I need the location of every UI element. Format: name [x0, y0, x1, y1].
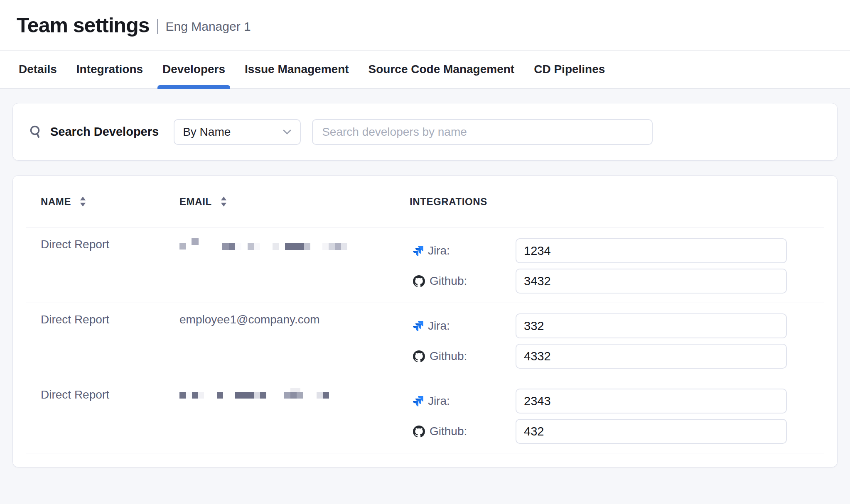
github-id-input[interactable] [516, 269, 787, 294]
developer-name: Direct Report [26, 238, 179, 251]
table-row: Direct Report Jira: [26, 228, 824, 303]
github-icon [413, 350, 425, 362]
integrations-cell: Jira: Github: [410, 238, 824, 294]
jira-icon [413, 396, 423, 406]
column-header-integrations-label: INTEGRATIONS [410, 196, 487, 208]
github-label-group: Github: [410, 425, 516, 438]
jira-label: Jira: [428, 394, 450, 408]
jira-icon [413, 321, 423, 331]
chevron-down-icon [283, 129, 292, 135]
column-header-name-label: NAME [41, 196, 71, 208]
tab-cd-pipelines[interactable]: CD Pipelines [529, 51, 610, 88]
jira-integration-row: Jira: [410, 238, 824, 263]
jira-label-group: Jira: [410, 319, 516, 333]
github-icon [413, 426, 425, 438]
team-name-subtitle: Eng Manager 1 [166, 20, 251, 34]
search-input[interactable] [312, 119, 653, 145]
developer-email [179, 238, 410, 251]
sort-icon[interactable] [220, 196, 227, 207]
search-developers-panel: Search Developers By Name [12, 103, 838, 161]
developer-email: employee1@company.com [179, 313, 410, 326]
developer-name: Direct Report [26, 313, 179, 326]
tab-bar: Details Integrations Developers Issue Ma… [0, 51, 850, 89]
github-icon [413, 275, 425, 287]
tab-issue-management[interactable]: Issue Management [240, 51, 354, 88]
column-header-email[interactable]: EMAIL [179, 196, 410, 208]
table-row: Direct Report employee1@company.com Jira… [26, 303, 824, 378]
jira-label: Jira: [428, 319, 450, 333]
table-row: Direct Report Jira: [26, 378, 824, 453]
github-integration-row: Github: [410, 419, 824, 444]
developer-name: Direct Report [26, 389, 179, 401]
redacted-email [179, 389, 358, 401]
title-divider [157, 19, 158, 34]
filter-select-value: By Name [183, 125, 231, 139]
jira-id-input[interactable] [516, 389, 787, 413]
search-developers-label: Search Developers [50, 125, 159, 139]
tab-details[interactable]: Details [14, 51, 62, 88]
github-label: Github: [430, 350, 467, 363]
github-integration-row: Github: [410, 269, 824, 294]
github-label: Github: [430, 274, 467, 288]
jira-label-group: Jira: [410, 394, 516, 408]
integrations-cell: Jira: Github: [410, 313, 824, 369]
tab-integrations[interactable]: Integrations [71, 51, 148, 88]
column-header-integrations: INTEGRATIONS [410, 196, 824, 208]
column-header-name[interactable]: NAME [26, 196, 179, 208]
tab-source-code-management[interactable]: Source Code Management [364, 51, 520, 88]
table-header-row: NAME EMAIL INTEGRATIONS [26, 176, 824, 228]
jira-integration-row: Jira: [410, 313, 824, 338]
github-label-group: Github: [410, 274, 516, 288]
developers-table: NAME EMAIL INTEGRATIONS [12, 175, 838, 467]
github-label-group: Github: [410, 350, 516, 363]
sort-icon[interactable] [79, 196, 86, 207]
page-header: Team settings Eng Manager 1 [0, 0, 850, 51]
filter-select[interactable]: By Name [174, 119, 301, 145]
column-header-email-label: EMAIL [179, 196, 212, 208]
jira-integration-row: Jira: [410, 389, 824, 413]
page-title: Team settings [17, 13, 150, 37]
tab-developers[interactable]: Developers [157, 51, 230, 88]
search-icon [29, 125, 44, 139]
integrations-cell: Jira: Github: [410, 389, 824, 444]
jira-label: Jira: [428, 244, 450, 257]
github-id-input[interactable] [516, 419, 787, 444]
jira-id-input[interactable] [516, 313, 787, 338]
github-label: Github: [430, 425, 467, 438]
developer-email [179, 389, 410, 401]
jira-icon [413, 246, 423, 256]
page-content: Search Developers By Name NAME [0, 89, 850, 467]
jira-label-group: Jira: [410, 244, 516, 257]
github-integration-row: Github: [410, 344, 824, 369]
jira-id-input[interactable] [516, 238, 787, 263]
redacted-email [179, 238, 358, 251]
github-id-input[interactable] [516, 344, 787, 369]
